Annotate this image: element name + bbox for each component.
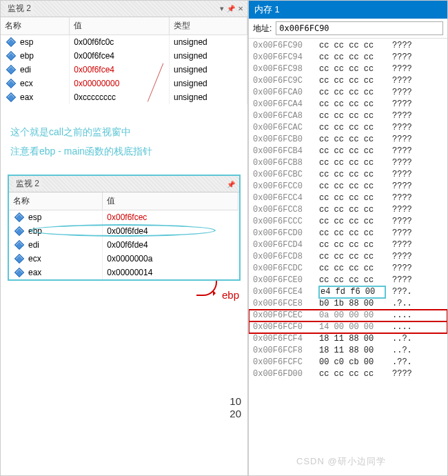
table-row[interactable]: ecx0x00000000unsigned — [1, 77, 247, 90]
watch-table-top: 名称 值 类型 esp0x00f6fc0cunsignedebp0x00f6fc… — [1, 17, 247, 104]
mem-ascii: .??. — [392, 357, 412, 368]
table-row[interactable]: edi0x00f6fde4 — [9, 238, 239, 252]
mem-bytes: cc cc cc cc — [319, 122, 385, 134]
memory-row[interactable]: 0x00F6FCE4e4 fd f6 00???. — [249, 286, 447, 298]
mem-bytes: cc cc cc cc — [319, 169, 385, 181]
address-bar: 地址: — [249, 19, 447, 39]
close-icon[interactable] — [238, 4, 243, 13]
diamond-icon — [6, 79, 16, 88]
table-row[interactable]: esp0x00f6fc0cunsigned — [1, 35, 247, 50]
watch-panel-sub: 监视 2 名称 值 esp0x00f6fcecebp0x00f6fde4edi0… — [8, 175, 241, 281]
memory-panel: 内存 1 地址: 0x00F6FC90cc cc cc cc????0x00F6… — [248, 0, 448, 476]
mem-bytes: e4 fd f6 00 — [319, 286, 385, 298]
memory-row[interactable]: 0x00F6FCB8cc cc cc cc???? — [249, 157, 447, 169]
memory-panel-title[interactable]: 内存 1 — [249, 1, 447, 19]
mem-ascii: ???? — [392, 63, 412, 75]
table-row[interactable]: eax0x00000014 — [9, 266, 239, 279]
memory-row[interactable]: 0x00F6FCC0cc cc cc cc???? — [249, 181, 447, 192]
table-row[interactable]: edi0x00f6fce4unsigned — [1, 63, 247, 77]
memory-row[interactable]: 0x00F6FCF818 11 88 00..?. — [249, 345, 447, 357]
mem-ascii: ???? — [392, 216, 412, 228]
ebp-pointer-label: ebp — [1, 288, 247, 304]
memory-row[interactable]: 0x00F6FCB0cc cc cc cc???? — [249, 134, 447, 146]
mem-bytes: cc cc cc cc — [319, 228, 385, 239]
table-row[interactable]: ebp0x00f6fde4 — [9, 224, 239, 238]
memory-row[interactable]: 0x00F6FCA4cc cc cc cc???? — [249, 99, 447, 110]
mem-address: 0x00F6FCE8 — [253, 298, 312, 310]
pin-icon[interactable] — [227, 180, 235, 188]
dropdown-icon[interactable] — [220, 4, 224, 13]
mem-address: 0x00F6FCC0 — [253, 181, 312, 192]
memory-row[interactable]: 0x00F6FCFC00 c0 cb 00.??. — [249, 357, 447, 368]
mem-ascii: ???? — [392, 204, 412, 216]
mem-address: 0x00F6FC98 — [253, 63, 312, 75]
col-name[interactable]: 名称 — [9, 192, 103, 210]
mem-bytes: cc cc cc cc — [319, 40, 385, 52]
memory-row[interactable]: 0x00F6FC94cc cc cc cc???? — [249, 52, 447, 63]
mem-bytes: cc cc cc cc — [319, 157, 385, 169]
diamond-icon — [14, 240, 24, 250]
memory-row[interactable]: 0x00F6FD00cc cc cc cc???? — [249, 368, 447, 380]
mem-bytes: cc cc cc cc — [319, 110, 385, 122]
mem-address: 0x00F6FCD8 — [253, 251, 312, 263]
mem-ascii: ???? — [392, 368, 412, 380]
memory-row[interactable]: 0x00F6FCDCcc cc cc cc???? — [249, 263, 447, 275]
diamond-icon — [14, 254, 24, 264]
memory-row[interactable]: 0x00F6FCD4cc cc cc cc???? — [249, 239, 447, 251]
mem-ascii: ???. — [392, 286, 412, 298]
memory-row[interactable]: 0x00F6FCA0cc cc cc cc???? — [249, 87, 447, 99]
mem-bytes: 00 c0 cb 00 — [319, 357, 385, 368]
memory-row[interactable]: 0x00F6FCC4cc cc cc cc???? — [249, 192, 447, 204]
mem-address: 0x00F6FCB0 — [253, 134, 312, 146]
table-row[interactable]: eax0xccccccccunsigned — [1, 90, 247, 104]
memory-row[interactable]: 0x00F6FCD0cc cc cc cc???? — [249, 228, 447, 239]
col-value[interactable]: 值 — [70, 17, 170, 35]
memory-row[interactable]: 0x00F6FCD8cc cc cc cc???? — [249, 251, 447, 263]
memory-row[interactable]: 0x00F6FCA8cc cc cc cc???? — [249, 110, 447, 122]
mem-address: 0x00F6FC9C — [253, 75, 312, 87]
memory-row[interactable]: 0x00F6FC9Ccc cc cc cc???? — [249, 75, 447, 87]
memory-row[interactable]: 0x00F6FCE0cc cc cc cc???? — [249, 275, 447, 286]
mem-address: 0x00F6FCF0 — [253, 321, 312, 333]
mem-bytes: cc cc cc cc — [319, 368, 385, 380]
memory-row[interactable]: 0x00F6FCB4cc cc cc cc???? — [249, 146, 447, 157]
table-row[interactable]: esp0x00f6fcec — [9, 210, 239, 225]
memory-row[interactable]: 0x00F6FCBCcc cc cc cc???? — [249, 169, 447, 181]
address-input[interactable] — [276, 21, 443, 35]
memory-row[interactable]: 0x00F6FC98cc cc cc cc???? — [249, 63, 447, 75]
mem-bytes: cc cc cc cc — [319, 204, 385, 216]
mem-ascii: ???? — [392, 122, 412, 134]
memory-row[interactable]: 0x00F6FCF418 11 88 00..?. — [249, 333, 447, 345]
memory-row[interactable]: 0x00F6FCE8b0 1b 88 00.?.. — [249, 298, 447, 310]
memory-row[interactable]: 0x00F6FCCCcc cc cc cc???? — [249, 216, 447, 228]
mem-ascii: ???? — [392, 52, 412, 63]
memory-row[interactable]: 0x00F6FC90cc cc cc cc???? — [249, 40, 447, 52]
mem-address: 0x00F6FCF8 — [253, 345, 312, 357]
panel-title-bar[interactable]: 监视 2 — [1, 1, 247, 17]
col-value[interactable]: 值 — [103, 192, 238, 210]
mem-bytes: 18 11 88 00 — [319, 333, 385, 345]
note-line-1: 这个就是call之前的监视窗中 — [10, 122, 238, 141]
memory-row[interactable]: 0x00F6FCACcc cc cc cc???? — [249, 122, 447, 134]
mem-bytes: cc cc cc cc — [319, 181, 385, 192]
memory-row[interactable]: 0x00F6FCF014 00 00 00.... — [249, 321, 447, 333]
mem-address: 0x00F6FD00 — [253, 368, 312, 380]
col-name[interactable]: 名称 — [1, 17, 70, 35]
mem-address: 0x00F6FCCC — [253, 216, 312, 228]
panel-title-bar[interactable]: 监视 2 — [9, 176, 239, 192]
mem-bytes: cc cc cc cc — [319, 275, 385, 286]
memory-row[interactable]: 0x00F6FCC8cc cc cc cc???? — [249, 204, 447, 216]
memory-row[interactable]: 0x00F6FCEC0a 00 00 00.... — [249, 310, 447, 321]
mem-bytes: cc cc cc cc — [319, 216, 385, 228]
memory-rows[interactable]: 0x00F6FC90cc cc cc cc????0x00F6FC94cc cc… — [249, 39, 447, 381]
col-type[interactable]: 类型 — [170, 17, 247, 35]
watch-table-sub: 名称 值 esp0x00f6fcecebp0x00f6fde4edi0x00f6… — [9, 192, 239, 279]
mem-ascii: ???? — [392, 40, 412, 52]
pin-icon[interactable] — [227, 4, 235, 13]
table-row[interactable]: ecx0x0000000a — [9, 252, 239, 266]
mem-ascii: ???? — [392, 239, 412, 251]
mem-ascii: ???? — [392, 251, 412, 263]
mem-ascii: .?.. — [392, 298, 412, 310]
mem-bytes: cc cc cc cc — [319, 134, 385, 146]
table-row[interactable]: ebp0x00f6fce4unsigned — [1, 49, 247, 63]
